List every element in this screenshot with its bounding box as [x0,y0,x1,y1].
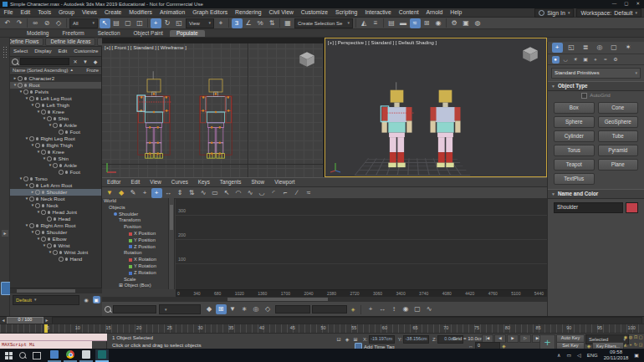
tree-item-elbow[interactable]: ▼Elbow [10,236,101,242]
curve-track-world[interactable]: World [102,198,168,205]
curve-track-x-position[interactable]: X Position [102,231,168,237]
tree-item-left-thigh[interactable]: ▼Left Thigh [10,102,101,109]
tangent-smooth-icon[interactable]: ≈ [304,188,314,198]
maxscript-mini-listener[interactable]: MAXScript Mi [0,334,107,349]
visibility-icon[interactable] [59,130,64,135]
curve-editor-menu-keys[interactable]: Keys [193,180,215,185]
track-set-lock-icon[interactable]: ◆ [204,304,215,314]
mirror-icon[interactable]: ◭ [359,18,370,28]
zoom-horizontal-extents-icon[interactable]: ↔ [377,304,388,314]
tree-item-character2[interactable]: ►Character2 [10,75,101,82]
selection-region-icon[interactable]: ▢ [123,18,134,28]
close-button[interactable]: ✕ [636,2,640,7]
curve-editor-menu-viewport[interactable]: Viewport [269,180,299,185]
unlink-selection-icon[interactable]: ⊘ [42,18,53,28]
curve-editor-menu-curves[interactable]: Curves [166,180,193,185]
tree-item-knee[interactable]: ▼Knee [10,149,101,156]
select-object-icon[interactable]: ↖ [100,18,110,28]
tree-item-right-thigh[interactable]: ▼Right Thigh [10,142,101,149]
tree-item-root[interactable]: ▼Root [10,82,101,89]
menu-create[interactable]: Create [100,10,125,16]
viewport-front[interactable]: [+] [ Front ] [ Standard ] [ Wireframe ] [102,43,323,177]
visibility-icon[interactable] [29,196,34,201]
curve-track-shoulder[interactable]: Shoulder [102,212,168,218]
menu-views[interactable]: Views [78,10,100,16]
visibility-icon[interactable] [29,223,34,228]
curve-editor-menu-edit[interactable]: Edit [125,180,145,185]
spinner-snap-icon[interactable]: ⇅ [267,18,278,28]
systems-category[interactable]: ⚙ [612,56,620,64]
character-model-wireframe[interactable] [196,65,236,166]
menu-interactive[interactable]: Interactive [361,10,395,16]
curve-track-object-box[interactable]: ⊞ Object (Box) [102,283,168,289]
align-icon[interactable]: ≡ [371,18,381,28]
curve-editor-menu-editor[interactable]: Editor [102,180,125,185]
absolute-mode-icon[interactable]: ⊞ [352,335,360,343]
zoom-region-icon[interactable]: ▢ [412,304,423,314]
menu-content[interactable]: Content [395,10,422,16]
clear-search-icon[interactable]: ✕ [72,58,79,65]
object-type-button-sphere[interactable]: Sphere [554,116,595,128]
time-slider-prev[interactable]: ◄ [0,319,7,323]
key-stats-icon[interactable]: ◈ [350,306,357,314]
retimer-icon[interactable]: ∿ [198,188,209,198]
selection-lock-icon[interactable]: ◈ [344,335,351,343]
selection-filter-dropdown[interactable]: All▾ [69,18,98,28]
language-indicator[interactable]: ENG [587,353,598,358]
object-type-button-cone[interactable]: Cone [598,102,639,114]
geometry-category[interactable]: ● [552,56,560,64]
track-search-input[interactable] [113,305,156,314]
curve-track-z-position[interactable]: Z Position [102,244,168,251]
visibility-icon[interactable] [59,257,64,262]
visibility-icon[interactable] [47,217,52,222]
visibility-icon[interactable] [18,76,23,81]
pan-icon[interactable]: + [365,304,376,314]
object-type-button-teapot[interactable]: Teapot [554,159,595,171]
curve-editor-menu-show[interactable]: Show [246,180,269,185]
explorer-pin-icon[interactable]: ◉ [83,296,90,303]
rollout-name-color[interactable]: ▼ Name and Color [548,189,644,199]
character-model-wireframe-selected[interactable] [134,65,174,166]
curve-track-transform[interactable]: Transform [102,217,168,224]
visibility-icon[interactable] [35,203,40,208]
maximize-button[interactable]: ▢ [624,2,628,7]
render-production-icon[interactable]: ◍ [473,18,483,28]
curve-editor-icon[interactable]: ≈ [410,18,421,28]
material-editor-icon[interactable]: ◉ [433,18,444,28]
lock-icon[interactable]: ◆ [92,58,100,65]
shapes-category[interactable]: ◡ [562,56,570,64]
tree-item-head-joint[interactable]: ▼Head Joint [10,209,101,216]
object-type-button-box[interactable]: Box [554,102,595,114]
zoom-value-extents-icon[interactable]: ↕ [389,304,400,314]
maximize-viewport-icon[interactable]: ◲ [638,342,643,348]
tree-item-neck-root[interactable]: ▼Neck Root [10,196,101,202]
visibility-icon[interactable] [53,250,58,255]
visibility-icon[interactable] [29,136,34,141]
next-frame-button[interactable]: ▷ [519,334,531,343]
visibility-icon[interactable] [18,83,23,88]
play-button[interactable]: ▶ [507,334,519,343]
explorer-dock-icon[interactable]: ▣ [93,296,100,303]
explorer-menu-display[interactable]: Display [31,48,54,54]
explorer-menu-customize[interactable]: Customize [70,48,101,54]
character-model-shaded-selected[interactable] [377,82,417,169]
object-type-button-cylinder[interactable]: Cylinder [554,130,595,142]
hidden-icons-chevron[interactable]: ∧ [557,353,560,358]
object-type-button-torus[interactable]: Torus [554,145,595,156]
taskbar-app-explorer[interactable] [48,349,61,362]
start-button[interactable] [5,352,13,359]
show-keyable-icon[interactable]: ▼ [227,304,238,314]
draw-curves-icon[interactable]: ✎ [128,188,139,198]
object-type-button-plane[interactable]: Plane [598,159,639,171]
percent-snap-icon[interactable]: % [255,18,266,28]
menu-graph-editors[interactable]: Graph Editors [189,10,232,16]
explorer-menu-edit[interactable]: Edit [55,48,71,54]
visibility-icon[interactable] [23,89,28,94]
rendered-frame-window-icon[interactable]: ▣ [461,18,472,28]
filter-keys-icon[interactable]: ▼ [105,188,115,198]
visibility-icon[interactable] [35,190,40,195]
curve-track-objects[interactable]: Objects [102,205,168,212]
curve-editor-menu-view[interactable]: View [145,180,166,185]
snaps-toggle-icon[interactable]: 3 [232,18,243,28]
tree-item-left-leg-root[interactable]: ▼Left Leg Root [10,95,101,102]
